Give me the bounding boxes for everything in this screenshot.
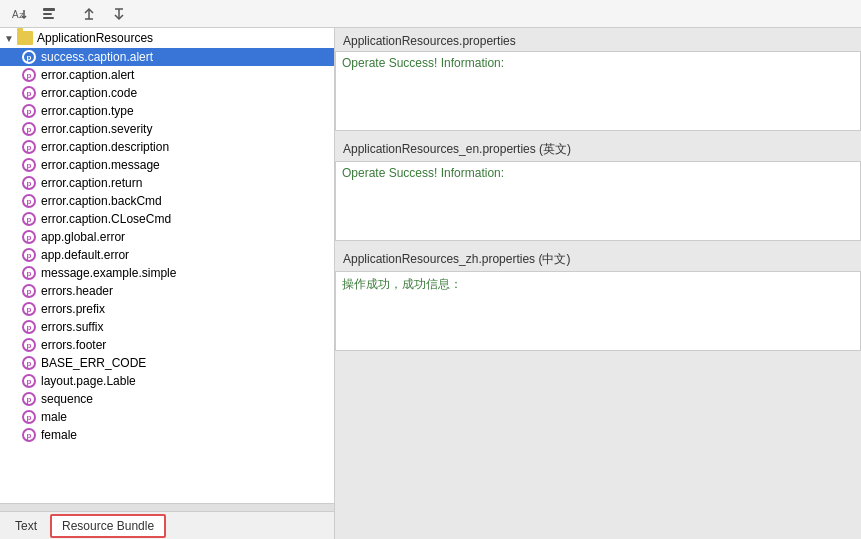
prop-value: Operate Success! Information: (342, 166, 504, 180)
tree-item[interactable]: pfemale (0, 426, 334, 444)
tree-item[interactable]: pBASE_ERR_CODE (0, 354, 334, 372)
tree-item-label: male (41, 410, 67, 424)
tree-item-label: errors.footer (41, 338, 106, 352)
property-icon: p (22, 320, 36, 334)
tree-item[interactable]: papp.default.error (0, 246, 334, 264)
property-icon: p (22, 68, 36, 82)
tree-item-label: error.caption.return (41, 176, 142, 190)
tree-area[interactable]: ▼ ApplicationResources psuccess.caption.… (0, 28, 334, 503)
move-up-button[interactable] (76, 3, 102, 25)
tree-root-label: ApplicationResources (37, 31, 153, 45)
property-icon: p (22, 374, 36, 388)
sort-alpha-button[interactable]: A Z (6, 3, 32, 25)
horizontal-scrollbar[interactable] (0, 503, 334, 511)
tree-item[interactable]: perrors.header (0, 282, 334, 300)
property-icon: p (22, 410, 36, 424)
tree-item[interactable]: perrors.footer (0, 336, 334, 354)
property-icon: p (22, 392, 36, 406)
property-icon: p (22, 50, 36, 64)
svg-rect-3 (43, 8, 55, 11)
property-icon: p (22, 158, 36, 172)
tree-item-label: error.caption.backCmd (41, 194, 162, 208)
tree-item-label: errors.prefix (41, 302, 105, 316)
tree-expand-icon: ▼ (4, 33, 14, 44)
tree-item-label: message.example.simple (41, 266, 176, 280)
tree-item[interactable]: perrors.prefix (0, 300, 334, 318)
tree-item-label: error.caption.code (41, 86, 137, 100)
prop-section: ApplicationResources_zh.properties (中文)操… (335, 245, 861, 351)
tree-item-label: error.caption.CLoseCmd (41, 212, 171, 226)
main-content: ▼ ApplicationResources psuccess.caption.… (0, 28, 861, 539)
tree-item[interactable]: playout.page.Lable (0, 372, 334, 390)
tree-item-label: app.global.error (41, 230, 125, 244)
right-panel: ApplicationResources.propertiesOperate S… (335, 28, 861, 539)
tree-item-label: error.caption.type (41, 104, 134, 118)
tree-items-container: psuccess.caption.alertperror.caption.ale… (0, 48, 334, 444)
prop-editor[interactable]: Operate Success! Information: (335, 51, 861, 131)
tree-item[interactable]: perrors.suffix (0, 318, 334, 336)
toolbar: A Z (0, 0, 861, 28)
property-icon: p (22, 194, 36, 208)
folder-icon (17, 31, 33, 45)
property-icon: p (22, 122, 36, 136)
tree-item-label: error.caption.description (41, 140, 169, 154)
property-icon: p (22, 428, 36, 442)
prop-editor[interactable]: Operate Success! Information: (335, 161, 861, 241)
tree-item-label: error.caption.message (41, 158, 160, 172)
property-icon: p (22, 230, 36, 244)
tab-text[interactable]: Text (4, 515, 48, 537)
prop-section: ApplicationResources.propertiesOperate S… (335, 28, 861, 131)
right-sections-container: ApplicationResources.propertiesOperate S… (335, 28, 861, 355)
tree-item-label: errors.header (41, 284, 113, 298)
tree-item-label: app.default.error (41, 248, 129, 262)
group-button[interactable] (36, 3, 62, 25)
svg-text:A: A (12, 9, 19, 20)
prop-section-header: ApplicationResources.properties (335, 28, 861, 51)
prop-value: Operate Success! Information: (342, 56, 504, 70)
tree-item-label: female (41, 428, 77, 442)
left-panel: ▼ ApplicationResources psuccess.caption.… (0, 28, 335, 539)
prop-editor[interactable]: 操作成功，成功信息： (335, 271, 861, 351)
tree-item[interactable]: psuccess.caption.alert (0, 48, 334, 66)
prop-section-header: ApplicationResources_zh.properties (中文) (335, 245, 861, 271)
property-icon: p (22, 356, 36, 370)
tree-item-label: error.caption.alert (41, 68, 134, 82)
property-icon: p (22, 284, 36, 298)
tree-item-label: error.caption.severity (41, 122, 152, 136)
svg-rect-4 (43, 13, 52, 15)
tree-item-label: layout.page.Lable (41, 374, 136, 388)
tree-item[interactable]: perror.caption.type (0, 102, 334, 120)
tree-item-label: BASE_ERR_CODE (41, 356, 146, 370)
tree-item[interactable]: perror.caption.backCmd (0, 192, 334, 210)
tree-item[interactable]: papp.global.error (0, 228, 334, 246)
tab-resource-bundle[interactable]: Resource Bundle (50, 514, 166, 538)
property-icon: p (22, 302, 36, 316)
property-icon: p (22, 176, 36, 190)
prop-value: 操作成功，成功信息： (342, 277, 462, 291)
property-icon: p (22, 248, 36, 262)
tree-item[interactable]: perror.caption.message (0, 156, 334, 174)
tree-item[interactable]: perror.caption.alert (0, 66, 334, 84)
tree-item[interactable]: pmessage.example.simple (0, 264, 334, 282)
tree-item[interactable]: perror.caption.description (0, 138, 334, 156)
bottom-tabs: Text Resource Bundle (0, 511, 334, 539)
tree-item[interactable]: perror.caption.code (0, 84, 334, 102)
tree-item[interactable]: pmale (0, 408, 334, 426)
tree-root[interactable]: ▼ ApplicationResources (0, 28, 334, 48)
property-icon: p (22, 140, 36, 154)
prop-section: ApplicationResources_en.properties (英文)O… (335, 135, 861, 241)
svg-rect-5 (43, 17, 54, 19)
prop-section-header: ApplicationResources_en.properties (英文) (335, 135, 861, 161)
move-down-button[interactable] (106, 3, 132, 25)
tree-item[interactable]: perror.caption.return (0, 174, 334, 192)
tree-item-label: success.caption.alert (41, 50, 153, 64)
tree-item[interactable]: psequence (0, 390, 334, 408)
tree-item[interactable]: perror.caption.CLoseCmd (0, 210, 334, 228)
tree-item-label: sequence (41, 392, 93, 406)
property-icon: p (22, 104, 36, 118)
property-icon: p (22, 86, 36, 100)
property-icon: p (22, 212, 36, 226)
tree-item-label: errors.suffix (41, 320, 103, 334)
tree-item[interactable]: perror.caption.severity (0, 120, 334, 138)
property-icon: p (22, 266, 36, 280)
